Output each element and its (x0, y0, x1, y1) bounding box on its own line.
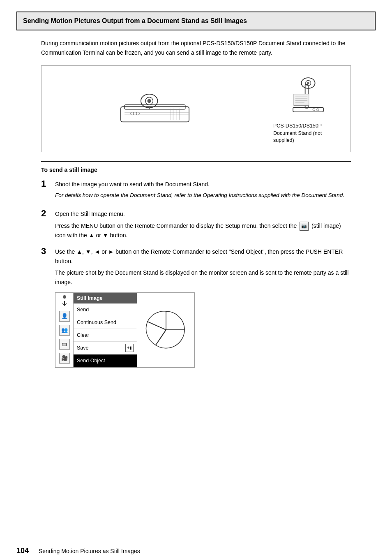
document-stand-svg (284, 73, 333, 123)
menu-item-send-object[interactable]: Send Object (74, 354, 137, 367)
page-footer: 104 Sending Motion Pictures as Still Ima… (16, 543, 376, 555)
step-1: 1 Shoot the image you want to send with … (41, 180, 351, 202)
footer-page-number: 104 (16, 547, 33, 555)
menu-item-clear[interactable]: Clear (74, 329, 137, 342)
menu-sidebar: 👤 👥 🖴 🎥 (55, 293, 74, 367)
sidebar-people-icon: 👥 (59, 325, 70, 336)
section-divider (41, 161, 351, 162)
svg-point-18 (307, 82, 309, 84)
save-icon: +▮ (125, 344, 134, 352)
sidebar-top-icon (60, 295, 69, 306)
step-3-sub: The picture shot by the Document Stand i… (55, 268, 351, 287)
step-3: 3 Use the ▲, ▼, ◄ or ► button on the Rem… (41, 247, 351, 368)
still-image-icon: 📷 (300, 222, 309, 231)
sidebar-camera-icon: 🎥 (59, 353, 70, 364)
svg-rect-19 (294, 94, 309, 106)
sidebar-person-icon: 👤 (59, 311, 70, 322)
section-heading: To send a still image (41, 167, 351, 173)
step-3-content: Use the ▲, ▼, ◄ or ► button on the Remot… (55, 247, 351, 368)
menu-main: Still Image Send Continuous Send Clear (74, 293, 137, 367)
step-2-sub: Press the MENU button on the Remote Comm… (55, 221, 351, 240)
step-3-number: 3 (41, 246, 55, 256)
step-1-content: Shoot the image you want to send with th… (55, 180, 351, 202)
footer-text: Sending Motion Pictures as Still Images (39, 548, 140, 554)
camera-device (49, 84, 261, 133)
sidebar-arrow-icon (60, 300, 69, 306)
intro-text: During communication motion pictures out… (41, 39, 351, 57)
pie-chart (143, 307, 189, 352)
menu-item-save[interactable]: Save +▮ (74, 342, 137, 354)
step-2: 2 Open the Still Image menu. Press the M… (41, 209, 351, 240)
svg-point-25 (316, 109, 319, 111)
svg-point-4 (148, 99, 151, 103)
step-1-number: 1 (41, 179, 55, 189)
step-1-italic: For details how to operate the Document … (55, 191, 351, 199)
device-label: PCS-DS150/DS150P Document Stand (not sup… (273, 123, 343, 144)
sidebar-screen-icon: 🖴 (59, 339, 70, 350)
document-stand-area: PCS-DS150/DS150P Document Stand (not sup… (273, 73, 343, 144)
sidebar-dot (63, 295, 66, 299)
illustration-box: PCS-DS150/DS150P Document Stand (not sup… (41, 65, 351, 152)
step-1-main: Shoot the image you want to send with th… (55, 180, 351, 189)
svg-point-24 (313, 109, 315, 111)
menu-item-send[interactable]: Send (74, 303, 137, 316)
menu-item-continuous-send[interactable]: Continuous Send (74, 316, 137, 329)
header-box: Sending Motion Pictures Output from a Do… (16, 12, 376, 30)
page-title: Sending Motion Pictures Output from a Do… (23, 16, 369, 25)
menu-items: Send Continuous Send Clear Save (74, 303, 137, 367)
step-2-number: 2 (41, 208, 55, 218)
menu-title-bar: Still Image (74, 293, 137, 303)
step-2-content: Open the Still Image menu. Press the MEN… (55, 209, 351, 240)
content-area: During communication motion pictures out… (16, 39, 376, 368)
menu-screenshot: 👤 👥 🖴 🎥 Still Image Send (55, 292, 195, 368)
step-3-main: Use the ▲, ▼, ◄ or ► button on the Remot… (55, 247, 351, 266)
camera-svg (110, 84, 200, 133)
menu-preview (137, 293, 194, 367)
step-2-main: Open the Still Image menu. (55, 209, 351, 218)
page-container: Sending Motion Pictures Output from a Do… (0, 12, 392, 556)
